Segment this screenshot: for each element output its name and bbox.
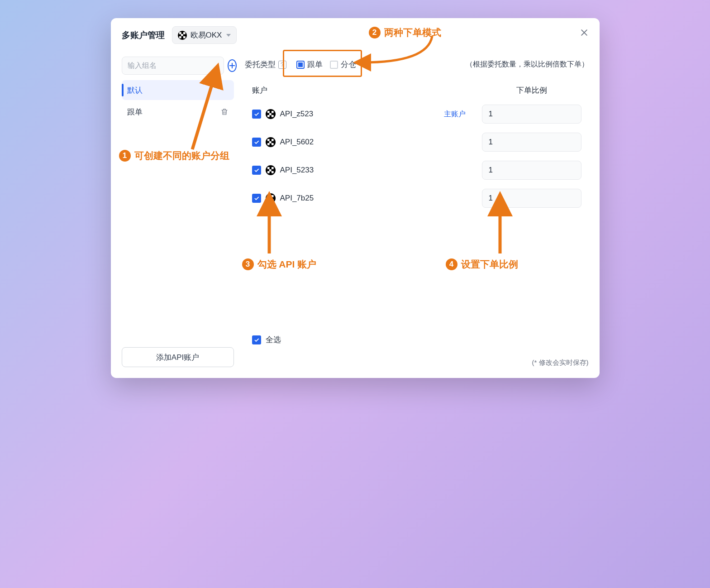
table-header-account: 账户 [252,85,428,96]
row-checkbox[interactable] [252,110,261,119]
radio-option-follow[interactable]: 跟单 [296,59,323,70]
order-type-radio-group: 跟单 分仓 [290,57,362,72]
okx-icon [266,165,276,175]
ratio-input[interactable] [482,133,581,152]
group-item-label: 默认 [127,85,143,96]
select-all-row: 全选 [245,330,589,349]
select-all-checkbox[interactable] [252,335,261,344]
exchange-label: 欧易OKX [191,30,222,40]
okx-icon [266,109,276,119]
radio-label: 分仓 [341,59,356,70]
modal-title: 多账户管理 [122,29,165,41]
modal-header: 多账户管理 欧易OKX [122,26,589,46]
table-row: API_5233 [245,156,589,184]
account-name: API_5233 [280,166,314,175]
radio-label: 跟单 [307,59,323,70]
account-table: 账户 下单比例 API_z523 主账户 [245,81,589,349]
group-list: 默认 跟单 [122,80,234,122]
main-panel: 委托类型 ? 跟单 分仓 （根据委托数量，乘以比例倍数下单） [245,57,589,367]
order-type-row: 委托类型 ? 跟单 分仓 （根据委托数量，乘以比例倍数下单） [245,57,589,72]
row-checkbox[interactable] [252,194,261,203]
main-account-badge: 主账户 [428,110,482,119]
help-icon[interactable]: ? [278,61,286,69]
okx-icon [266,193,276,203]
ratio-input[interactable] [482,105,581,124]
multi-account-modal: 多账户管理 欧易OKX 默认 跟单 [111,18,600,378]
table-row: API_5602 [245,128,589,156]
chevron-down-icon [226,34,231,37]
account-cell: API_z523 [252,109,428,119]
group-item-label: 跟单 [127,107,143,117]
trash-icon[interactable] [220,108,229,116]
table-row: API_7b25 [245,184,589,212]
close-button[interactable] [578,26,591,39]
ratio-input[interactable] [482,189,581,208]
group-name-input[interactable] [122,57,224,75]
add-group-button[interactable] [228,59,237,72]
okx-icon [178,31,187,40]
okx-icon [266,137,276,147]
order-type-label: 委托类型 ? [245,59,286,70]
sidebar: 默认 跟单 添加API账户 [122,57,234,367]
group-input-row [122,57,234,75]
radio-option-split[interactable]: 分仓 [330,59,356,70]
radio-checkbox-icon [296,61,305,69]
modal-body: 默认 跟单 添加API账户 委托类型 ? 跟单 [122,57,589,367]
table-row: API_z523 主账户 [245,100,589,128]
account-name: API_5602 [280,138,314,147]
account-name: API_7b25 [280,194,314,203]
order-ratio-hint: （根据委托数量，乘以比例倍数下单） [466,60,589,69]
sidebar-group-item[interactable]: 跟单 [122,102,234,122]
footer-hint: (* 修改会实时保存) [245,359,589,367]
select-all-label: 全选 [266,335,281,345]
account-cell: API_5233 [252,165,428,175]
table-header-row: 账户 下单比例 [245,81,589,100]
close-icon [580,28,589,37]
radio-checkbox-icon [330,61,338,69]
account-name: API_z523 [280,110,314,119]
add-api-button[interactable]: 添加API账户 [122,347,234,367]
sidebar-group-item[interactable]: 默认 [122,80,234,100]
plus-icon [229,62,236,69]
ratio-input[interactable] [482,161,581,180]
row-checkbox[interactable] [252,138,261,147]
table-header-ratio: 下单比例 [482,85,581,96]
account-cell: API_7b25 [252,193,428,203]
exchange-selector[interactable]: 欧易OKX [172,26,237,44]
account-cell: API_5602 [252,137,428,147]
row-checkbox[interactable] [252,166,261,175]
